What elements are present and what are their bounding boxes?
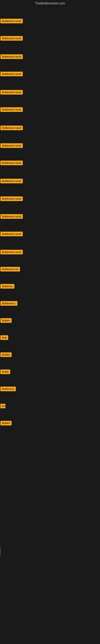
results-container: Bottleneck resultBottleneck resultBottle… bbox=[0, 7, 100, 610]
bottleneck-badge[interactable]: Bottle bbox=[0, 370, 10, 374]
site-title: TheBottlenecker.com bbox=[0, 0, 100, 7]
bottleneck-badge[interactable]: Bottleneck result bbox=[0, 126, 23, 130]
bottleneck-badge[interactable]: Bo bbox=[0, 404, 5, 408]
result-row[interactable]: Bottleneck result bbox=[0, 196, 23, 202]
result-row[interactable]: Bottlenec bbox=[0, 284, 14, 290]
result-row[interactable]: Bottleneck r bbox=[0, 301, 17, 307]
result-row[interactable]: Bottleneck bbox=[0, 386, 16, 392]
result-row[interactable]: Bottleneck result bbox=[0, 231, 23, 238]
bottleneck-badge[interactable]: Bottleneck result bbox=[0, 54, 23, 59]
result-row[interactable]: Bottleneck result bbox=[0, 160, 23, 166]
bottleneck-badge[interactable]: Bottleneck result bbox=[0, 72, 23, 76]
bottleneck-badge[interactable]: Bottlen bbox=[0, 352, 12, 357]
bottleneck-badge[interactable]: Bottleneck result bbox=[0, 250, 23, 254]
result-row[interactable]: Bottleneck result bbox=[0, 18, 23, 24]
bottleneck-badge[interactable]: Bottlenec bbox=[0, 284, 14, 288]
bottleneck-badge[interactable]: Bottleneck result bbox=[0, 196, 23, 201]
result-row[interactable]: Bottleneck result bbox=[0, 54, 23, 60]
result-row[interactable]: Bottle bbox=[0, 369, 10, 375]
bottleneck-badge[interactable]: Bottleneck r bbox=[0, 301, 17, 306]
bottleneck-badge[interactable]: Bottlen bbox=[0, 318, 12, 323]
result-row[interactable]: Bo bbox=[0, 403, 5, 410]
bottleneck-badge[interactable]: Bottleneck bbox=[0, 386, 16, 391]
bottleneck-badge[interactable]: Bottleneck res bbox=[0, 267, 20, 272]
bottleneck-badge[interactable]: Bottlen bbox=[0, 421, 12, 426]
result-row[interactable]: Bottleneck result bbox=[0, 143, 23, 149]
bottleneck-badge[interactable]: Bottleneck result bbox=[0, 160, 23, 165]
result-row[interactable]: Bottleneck result bbox=[0, 36, 23, 42]
bottleneck-badge[interactable]: Bottleneck result bbox=[0, 143, 23, 148]
result-row[interactable]: Bottleneck result bbox=[0, 178, 23, 184]
bottleneck-badge[interactable]: Bottleneck result bbox=[0, 36, 23, 41]
page-wrapper: TheBottlenecker.com Bottleneck resultBot… bbox=[0, 0, 100, 644]
bottleneck-badge[interactable]: Bottleneck result bbox=[0, 232, 23, 236]
result-row[interactable]: Bottleneck result bbox=[0, 71, 23, 78]
result-row[interactable]: Bottleneck res bbox=[0, 266, 20, 273]
bottleneck-badge[interactable]: Bottleneck result bbox=[0, 179, 23, 183]
result-row[interactable]: Bottleneck result bbox=[0, 90, 23, 96]
bottleneck-badge[interactable]: Bottleneck result bbox=[0, 90, 23, 94]
bottleneck-badge[interactable]: Bottleneck result bbox=[0, 19, 23, 23]
result-row[interactable]: Bottlen bbox=[0, 318, 12, 324]
result-row[interactable]: Bottleneck result bbox=[0, 125, 23, 132]
result-row[interactable]: Bottlen bbox=[0, 420, 12, 427]
bottleneck-badge[interactable]: Bottleneck result bbox=[0, 107, 23, 112]
result-row[interactable]: Bottleneck result bbox=[0, 214, 23, 220]
bottleneck-badge[interactable]: Bottleneck result bbox=[0, 214, 23, 219]
result-row[interactable]: Bottleneck result bbox=[0, 107, 23, 113]
result-row[interactable]: Bottlen bbox=[0, 352, 12, 358]
result-row[interactable]: Bott bbox=[0, 335, 8, 341]
result-row[interactable]: Bottleneck result bbox=[0, 249, 23, 256]
bottleneck-badge[interactable]: Bott bbox=[0, 335, 8, 340]
